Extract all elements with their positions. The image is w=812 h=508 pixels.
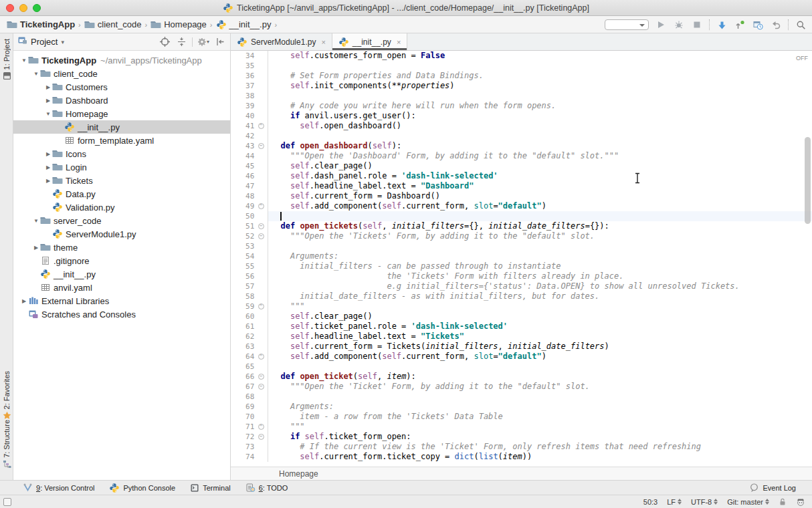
fold-collapse-icon[interactable]: − [258,384,264,390]
fold-column[interactable] [254,91,268,101]
collapse-icon[interactable] [175,36,187,48]
line-separator-widget[interactable]: LF [667,498,682,506]
tree-item-anvil-yaml[interactable]: anvil.yaml [13,281,230,294]
debug-button[interactable] [673,19,685,31]
toolwindow-button--version-control[interactable]: 9: Version Control [23,483,94,493]
tree-item-customers[interactable]: ▶Customers [13,80,230,94]
tree-item-dashboard[interactable]: ▶Dashboard [13,94,230,107]
target-icon[interactable] [159,36,171,48]
fold-column[interactable] [254,442,268,452]
git-branch-widget[interactable]: Git: master [727,498,769,506]
vcs-commit-button[interactable] [734,19,746,31]
tree-item-servermodule1-py[interactable]: ServerModule1.py [13,227,230,241]
breadcrumb-item-homepage[interactable]: Homepage [279,469,318,479]
tree-item-theme[interactable]: ▶theme [13,241,230,254]
fold-column[interactable] [254,291,268,301]
tree-item-data-py[interactable]: Data.py [13,187,230,201]
search-button[interactable] [795,19,807,31]
fold-column[interactable] [254,251,268,261]
close-icon[interactable]: × [397,38,401,46]
fold-column[interactable] [254,452,268,462]
chevron-collapsed-icon[interactable]: ▶ [32,245,40,251]
undo-button[interactable] [770,19,782,31]
gear-icon[interactable]: ▾ [197,36,209,48]
fold-column[interactable] [254,311,268,322]
chevron-expanded-icon[interactable]: ▼ [32,71,40,77]
stripe-1-project[interactable]: 1: Project [0,39,13,80]
breadcrumb-item-client-code[interactable]: client_code [84,19,142,30]
tree-item--gitignore[interactable]: .gitignore [13,254,230,267]
fold-column[interactable]: ⌃ [254,121,268,131]
caret-position-widget[interactable]: 50:3 [643,498,657,506]
fold-collapse-icon[interactable]: − [258,374,264,380]
tree-item-client-code[interactable]: ▼client_code [13,67,230,80]
fold-end-icon[interactable]: ⌃ [258,424,264,430]
chevron-collapsed-icon[interactable]: ▶ [20,298,28,304]
readonly-lock-icon[interactable] [779,497,787,506]
fold-column[interactable] [254,362,268,372]
fold-column[interactable] [254,161,268,171]
fold-column[interactable] [254,51,268,61]
breadcrumb-item-homepage[interactable]: Homepage [150,19,207,30]
chevron-expanded-icon[interactable]: ▼ [32,218,40,224]
fold-column[interactable]: − [254,221,268,231]
fold-column[interactable] [254,101,268,111]
tree-item-scratches-and-consoles[interactable]: Scratches and Consoles [13,307,230,321]
fold-collapse-icon[interactable]: − [258,233,264,239]
fold-end-icon[interactable]: ⌃ [258,203,264,209]
fold-column[interactable] [254,181,268,191]
fold-column[interactable] [254,412,268,422]
fold-column[interactable] [254,211,268,221]
toolwindow-button-terminal[interactable]: Terminal [190,483,231,493]
fold-column[interactable] [254,131,268,141]
toolwindow-button-python-console[interactable]: Python Console [109,483,175,493]
fold-column[interactable]: − [254,141,268,151]
chevron-collapsed-icon[interactable]: ▶ [44,84,52,90]
stop-button[interactable] [691,19,703,31]
tree-item-server-code[interactable]: ▼server_code [13,214,230,227]
breadcrumb-item--init-py[interactable]: __init__.py [216,19,272,30]
recent-changes-button[interactable] [752,19,764,31]
fold-column[interactable] [254,81,268,91]
project-panel-title[interactable]: Project [31,37,58,47]
encoding-widget[interactable]: UTF-8 [691,498,718,506]
fold-column[interactable] [254,392,268,402]
fold-column[interactable]: − [254,231,268,241]
fold-column[interactable]: ⌃ [254,422,268,432]
fold-end-icon[interactable]: ⌃ [258,354,264,360]
fold-collapse-icon[interactable]: − [258,434,264,440]
chevron-collapsed-icon[interactable]: ▶ [44,151,52,157]
fold-column[interactable]: ⌃ [254,201,268,211]
tree-item--init-py[interactable]: __init__.py [13,267,230,281]
chevron-expanded-icon[interactable]: ▼ [20,57,28,64]
fold-column[interactable] [254,281,268,291]
chevron-collapsed-icon[interactable]: ▶ [44,98,52,104]
tree-item-form-template-yaml[interactable]: form_template.yaml [13,134,230,147]
tab--init-py[interactable]: __init__.py× [332,33,407,50]
fold-column[interactable]: ⌃ [254,301,268,311]
close-icon[interactable]: × [321,38,325,46]
toolwindow-button--todo[interactable]: 6: TODO [245,483,288,493]
chevron-collapsed-icon[interactable]: ▶ [44,178,52,184]
tree-item--init-py[interactable]: __init__.py [13,120,230,134]
tree-item-icons[interactable]: ▶Icons [13,147,230,160]
zoom-window-button[interactable] [33,4,41,12]
fold-column[interactable]: − [254,372,268,382]
fold-column[interactable] [254,151,268,161]
fold-column[interactable] [254,241,268,251]
fold-collapse-icon[interactable]: − [258,223,264,229]
editor-scrollbar[interactable] [805,137,811,224]
fold-column[interactable] [254,342,268,352]
tool-window-toggle-icon[interactable] [3,498,11,506]
fold-end-icon[interactable]: ⌃ [258,303,264,309]
fold-column[interactable] [254,171,268,181]
fold-collapse-icon[interactable]: − [258,143,264,149]
tree-item-login[interactable]: ▶Login [13,160,230,174]
fold-column[interactable] [254,271,268,281]
fold-column[interactable] [254,61,268,71]
fold-column[interactable]: ⌃ [254,352,268,362]
hector-inspections-icon[interactable] [796,497,805,507]
fold-column[interactable] [254,111,268,121]
fold-column[interactable] [254,322,268,332]
fold-column[interactable]: − [254,382,268,392]
